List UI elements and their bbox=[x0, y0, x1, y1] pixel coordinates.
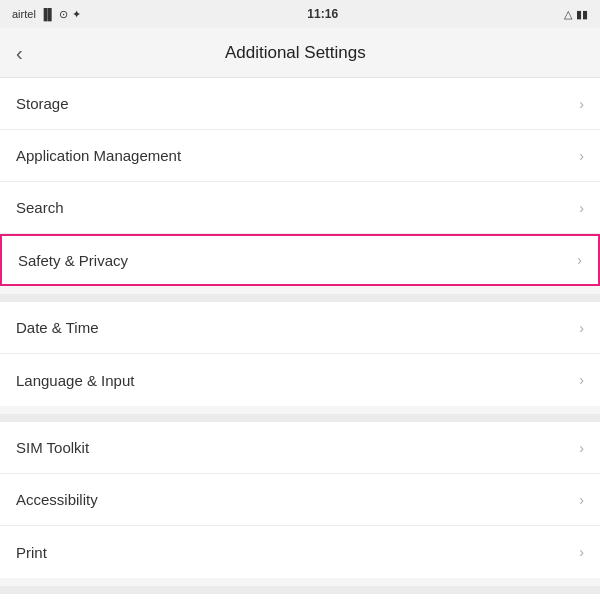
chevron-icon-date-time: › bbox=[579, 320, 584, 336]
battery-icon: ▮▮ bbox=[576, 8, 588, 21]
item-label-app-management: Application Management bbox=[16, 147, 181, 164]
section-group-group3: SIM Toolkit›Accessibility›Print› bbox=[0, 422, 600, 578]
status-time: 11:16 bbox=[307, 7, 338, 21]
separator-1 bbox=[0, 414, 600, 422]
page-title: Additional Settings bbox=[35, 43, 556, 63]
item-label-search: Search bbox=[16, 199, 64, 216]
settings-item-backup-reset[interactable]: Back up and reset› bbox=[0, 594, 600, 600]
settings-item-storage[interactable]: Storage› bbox=[0, 78, 600, 130]
separator-2 bbox=[0, 586, 600, 594]
status-right: △ ▮▮ bbox=[564, 8, 588, 21]
chevron-icon-accessibility: › bbox=[579, 492, 584, 508]
signal-icon: ▐▌ bbox=[40, 8, 56, 20]
wifi-icon: ⊙ bbox=[59, 8, 68, 21]
chevron-icon-storage: › bbox=[579, 96, 584, 112]
chevron-icon-safety-privacy: › bbox=[577, 252, 582, 268]
item-label-storage: Storage bbox=[16, 95, 69, 112]
settings-item-safety-privacy[interactable]: Safety & Privacy› bbox=[0, 234, 600, 286]
status-bar: airtel ▐▌ ⊙ ✦ 11:16 △ ▮▮ bbox=[0, 0, 600, 28]
settings-item-search[interactable]: Search› bbox=[0, 182, 600, 234]
chevron-icon-app-management: › bbox=[579, 148, 584, 164]
settings-item-app-management[interactable]: Application Management› bbox=[0, 130, 600, 182]
chevron-icon-sim-toolkit: › bbox=[579, 440, 584, 456]
page-header: ‹ Additional Settings bbox=[0, 28, 600, 78]
settings-item-accessibility[interactable]: Accessibility› bbox=[0, 474, 600, 526]
settings-list: Storage›Application Management›Search›Sa… bbox=[0, 78, 600, 600]
item-label-print: Print bbox=[16, 544, 47, 561]
item-label-language-input: Language & Input bbox=[16, 372, 134, 389]
item-label-safety-privacy: Safety & Privacy bbox=[18, 252, 128, 269]
back-button[interactable]: ‹ bbox=[16, 43, 23, 63]
status-left: airtel ▐▌ ⊙ ✦ bbox=[12, 8, 81, 21]
settings-item-language-input[interactable]: Language & Input› bbox=[0, 354, 600, 406]
separator-0 bbox=[0, 294, 600, 302]
item-label-accessibility: Accessibility bbox=[16, 491, 98, 508]
carrier-label: airtel bbox=[12, 8, 36, 20]
chevron-icon-print: › bbox=[579, 544, 584, 560]
bluetooth-icon: ✦ bbox=[72, 8, 81, 21]
settings-item-print[interactable]: Print› bbox=[0, 526, 600, 578]
settings-item-sim-toolkit[interactable]: SIM Toolkit› bbox=[0, 422, 600, 474]
chevron-icon-search: › bbox=[579, 200, 584, 216]
settings-item-date-time[interactable]: Date & Time› bbox=[0, 302, 600, 354]
chevron-icon-language-input: › bbox=[579, 372, 584, 388]
alarm-icon: △ bbox=[564, 8, 572, 21]
section-group-group4: Back up and reset› bbox=[0, 594, 600, 600]
item-label-date-time: Date & Time bbox=[16, 319, 99, 336]
section-group-group2: Date & Time›Language & Input› bbox=[0, 302, 600, 406]
item-label-sim-toolkit: SIM Toolkit bbox=[16, 439, 89, 456]
section-group-group1: Storage›Application Management›Search›Sa… bbox=[0, 78, 600, 286]
